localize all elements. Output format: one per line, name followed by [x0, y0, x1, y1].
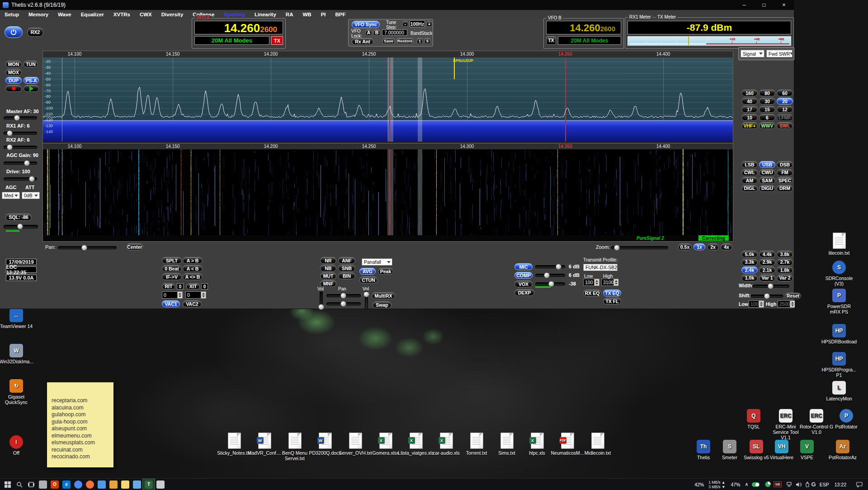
shift-reset-button[interactable]: Reset [785, 293, 801, 299]
filter-2-9k-button[interactable]: 2.9k [759, 259, 775, 266]
vfo-a-frequency[interactable]: 14.2602600 [194, 21, 283, 34]
waterfall-display[interactable] [43, 149, 733, 235]
shift-slider-thumb[interactable] [764, 293, 770, 299]
maximize-button[interactable]: □ [754, 0, 774, 10]
pan1-slider-thumb[interactable] [340, 293, 346, 299]
menu-item-cwx[interactable]: CWX [140, 12, 152, 17]
rx-eq-button[interactable]: RX EQ [583, 290, 601, 296]
search-icon[interactable] [14, 479, 25, 490]
play-button[interactable] [24, 85, 39, 92]
vfo-sync-button[interactable]: VFO Sync [352, 21, 380, 28]
xit-spinner[interactable]: 0 [185, 291, 206, 299]
vfo-a-tx-button[interactable]: TX [271, 36, 283, 45]
desktop-icon-powersdr-mrx-ps[interactable]: PPowerSDR mRX PS [821, 289, 857, 314]
dsp-mnf-button[interactable]: MNF [320, 280, 336, 287]
desktop-icon-tqsl[interactable]: QTQSL [736, 409, 771, 429]
menu-item-xvtrs[interactable]: XVTRs [113, 12, 130, 17]
desktop-icon-erc-mini-service-tool-v1-1[interactable]: ERCERC-Mini Service Tool V1.1 [768, 409, 803, 440]
spectrum-display[interactable] [43, 57, 733, 142]
rx2-button[interactable]: RX2 [27, 28, 43, 37]
desktop-file-midlecoin-txt[interactable]: Midlecoin.txt [580, 433, 615, 456]
band-12-button[interactable]: 12 [777, 106, 793, 113]
xit-button[interactable]: XIT [186, 283, 200, 290]
rit-button[interactable]: RIT [162, 283, 175, 290]
desktop-icon-win32diskima...[interactable]: WWin32DiskIma... [0, 344, 34, 364]
taskbar-thetis-app[interactable]: T [143, 479, 155, 490]
comp-slider-thumb[interactable] [544, 272, 550, 278]
desktop-icon-hpsdrbootload[interactable]: HPHPSDRBootload [821, 324, 857, 344]
vfo-b-tx-button[interactable]: TX [546, 36, 556, 45]
filter-3-8k-button[interactable]: 3.8k [777, 251, 793, 257]
antivirus-tray-icon[interactable] [764, 479, 772, 490]
tx-fl-button[interactable]: TX FL [603, 298, 621, 304]
notification-center-icon[interactable] [854, 479, 865, 490]
taskbar-explorer-app[interactable] [119, 479, 131, 490]
vfo-lock-a-button[interactable]: A [365, 29, 372, 36]
band-6-button[interactable]: 6 [759, 114, 775, 121]
taskbar-notepad-app[interactable] [155, 479, 166, 490]
menu-item-linearity[interactable]: Linearity [255, 12, 276, 17]
filter-var-2-button[interactable]: Var 2 [777, 275, 793, 281]
volume-tray-icon[interactable] [794, 479, 803, 490]
filter-5-0k-button[interactable]: 5.0k [741, 251, 758, 257]
rx1-af-slider-thumb[interactable] [7, 130, 13, 136]
vfo-lock-b-button[interactable]: B [373, 29, 380, 36]
dsp-nr-button[interactable]: NR [320, 257, 336, 264]
band-60-button[interactable]: 60 [777, 90, 793, 96]
filter-2-1k-button[interactable]: 2.1k [759, 266, 775, 273]
width-slider-thumb[interactable] [768, 283, 774, 289]
vac1-button[interactable]: VAC1 [162, 300, 180, 307]
taskbar-edge-app[interactable]: e [61, 479, 72, 490]
drive-slider-thumb[interactable] [29, 176, 35, 182]
bandstack-restore-button[interactable]: Restore [396, 38, 413, 44]
vol1-slider-thumb[interactable] [318, 304, 324, 310]
tx-high-spinner[interactable]: 3100 [601, 279, 618, 286]
desktop-icon-gigaset[interactable]: ↻Gigaset QuickSync [0, 379, 34, 405]
taskbar-mail-app[interactable] [96, 479, 108, 490]
menu-item-wave[interactable]: Wave [58, 12, 71, 17]
agc-select[interactable]: Med [2, 192, 20, 199]
taskbar-office-app[interactable]: O [49, 479, 61, 490]
toggle-icon[interactable] [752, 482, 760, 487]
peak-button[interactable]: Peak [378, 268, 393, 275]
filter-1-0k-button[interactable]: 1.0k [741, 275, 758, 281]
rx-ant-button[interactable]: Rx Ant [352, 38, 373, 45]
dsp-mut-button[interactable]: MUT [320, 272, 336, 279]
tray-expand-chevron-icon[interactable]: ∧ [745, 481, 748, 487]
logitech-tray-icon[interactable]: G [811, 481, 816, 488]
left-mox-button[interactable]: MOX [5, 69, 22, 76]
desktop-icon-latencymon[interactable]: LLatencyMon [821, 381, 857, 401]
bandstack-1-button[interactable]: 1 [417, 38, 423, 44]
taskbar-chrome-app[interactable] [72, 479, 84, 490]
vac2-button[interactable]: VAC2 [183, 300, 202, 307]
tx-meter-select[interactable]: Fwd SWR [766, 50, 793, 57]
usb-tray-icon[interactable] [803, 479, 811, 490]
language-indicator[interactable]: ESP [820, 482, 829, 487]
rit-spinner[interactable]: 0 [162, 291, 183, 299]
menu-item-setup[interactable]: Setup [5, 12, 19, 17]
avg-button[interactable]: AVG [359, 268, 376, 275]
vfo-b-frequency[interactable]: 14.2602600 [546, 21, 621, 34]
bandstack-5-button[interactable]: 5 [425, 38, 430, 44]
agc-gain-slider[interactable] [4, 162, 37, 165]
att-select[interactable]: 0dB [22, 192, 40, 199]
band-10-button[interactable]: 10 [741, 114, 758, 121]
dexp-button[interactable]: DEXP [514, 289, 534, 296]
desktop-icon-pstrotatoraz[interactable]: AzPstRotatorAz [825, 440, 860, 460]
dsp-nb-button[interactable]: NB [320, 265, 336, 271]
mic-slider-thumb[interactable] [556, 264, 561, 270]
menu-item-diversity[interactable]: Diversity [161, 12, 184, 17]
close-button[interactable]: × [774, 0, 794, 10]
menu-item-ra[interactable]: RA [286, 12, 293, 17]
left-dup-button[interactable]: DUP [5, 77, 22, 84]
menu-item-spotting[interactable]: Spotting [224, 12, 245, 17]
filter-3-3k-button[interactable]: 3.3k [741, 259, 758, 266]
zoom-4x-button[interactable]: 4x [721, 243, 732, 250]
record-button[interactable] [5, 85, 22, 92]
filter-1-8k-button[interactable]: 1.8k [777, 266, 793, 273]
pan-slider[interactable] [58, 246, 117, 249]
zoom-0.5x-button[interactable]: 0.5x [678, 243, 692, 250]
mode-digl-button[interactable]: DIGL [741, 185, 758, 192]
taskbar-people-app[interactable] [37, 479, 49, 490]
mode-cwl-button[interactable]: CWL [741, 169, 758, 176]
